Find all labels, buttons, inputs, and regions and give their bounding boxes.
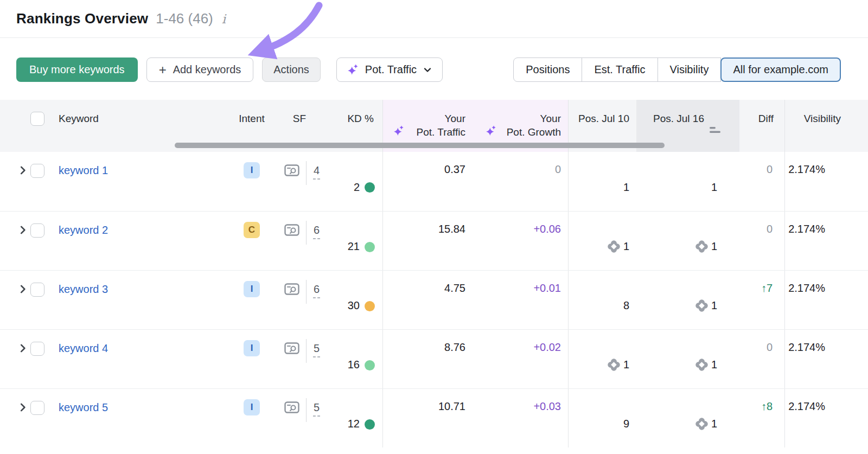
sort-descending-icon xyxy=(710,126,722,135)
visibility-value: 2.174% xyxy=(785,389,868,447)
pos-jul16-value: 1 xyxy=(711,240,717,253)
title-bar: Rankings Overview 1-46 (46) i xyxy=(0,0,868,38)
diff-value: 0 xyxy=(739,212,785,270)
pot-traffic-value: 8.76 xyxy=(383,330,475,388)
ai-sparkle-icon xyxy=(393,125,405,137)
row-checkbox[interactable] xyxy=(30,283,44,297)
kd-value: 2 xyxy=(354,181,360,194)
sf-divider xyxy=(306,161,307,185)
visibility-value: 2.174% xyxy=(785,330,868,388)
sf-count[interactable]: 6 xyxy=(313,284,320,298)
select-all-checkbox[interactable] xyxy=(30,112,44,126)
sf-count[interactable]: 6 xyxy=(313,225,320,239)
intent-badge[interactable]: C xyxy=(244,222,260,238)
keyword-link[interactable]: keyword 2 xyxy=(51,223,108,236)
tab-visibility[interactable]: Visibility xyxy=(658,57,722,82)
serp-features-icon xyxy=(284,163,299,177)
serp-feature-position-icon xyxy=(695,418,708,430)
pot-growth-value: +0.01 xyxy=(475,271,569,329)
sf-divider xyxy=(306,221,307,245)
tab-est-traffic[interactable]: Est. Traffic xyxy=(582,57,658,82)
pot-growth-value: +0.06 xyxy=(475,212,569,270)
tab-positions[interactable]: Positions xyxy=(513,57,582,82)
page-range-count: 1-46 (46) xyxy=(156,10,213,27)
table-header-row: Keyword Intent SF KD % Your Pot. Traffic… xyxy=(0,100,868,152)
metric-dropdown-label: Pot. Traffic xyxy=(365,63,417,76)
pos-jul10-value: 1 xyxy=(623,181,629,194)
table-row: keyword 3 I 6 30 4.75 +0.01 8 1 ↑7 2.174… xyxy=(0,270,868,329)
pot-traffic-value: 0.37 xyxy=(383,152,475,211)
serp-features-icon xyxy=(284,282,299,296)
sf-count[interactable]: 5 xyxy=(313,343,320,357)
visibility-value: 2.174% xyxy=(785,152,868,211)
table-row: keyword 4 I 5 16 8.76 +0.02 1 1 0 2.174% xyxy=(0,329,868,388)
pot-traffic-value: 10.71 xyxy=(383,389,475,447)
buy-more-keywords-button[interactable]: Buy more keywords xyxy=(16,57,138,82)
pos-jul10-value: 9 xyxy=(623,418,629,430)
plus-icon: + xyxy=(159,63,167,76)
expand-chevron-icon[interactable] xyxy=(17,165,28,176)
serp-feature-position-icon xyxy=(695,299,708,312)
intent-badge[interactable]: I xyxy=(244,281,260,297)
row-checkbox[interactable] xyxy=(30,401,44,415)
horizontal-scrollbar[interactable] xyxy=(175,143,665,148)
pot-growth-value: +0.03 xyxy=(475,389,569,447)
sf-divider xyxy=(306,398,307,422)
serp-feature-position-icon xyxy=(695,359,708,371)
row-checkbox[interactable] xyxy=(30,164,44,178)
intent-badge[interactable]: I xyxy=(244,399,260,415)
header-expand-spacer xyxy=(0,100,30,152)
row-checkbox[interactable] xyxy=(30,223,44,238)
sf-count[interactable]: 5 xyxy=(313,402,320,417)
header-pot-growth-line1: Your xyxy=(540,113,561,124)
add-keywords-button[interactable]: + Add keywords xyxy=(146,57,254,82)
sf-divider xyxy=(306,339,307,363)
serp-feature-position-icon xyxy=(608,240,620,253)
visibility-value: 2.174% xyxy=(785,212,868,270)
expand-chevron-icon[interactable] xyxy=(17,225,28,235)
header-diff[interactable]: Diff xyxy=(739,100,785,152)
diff-value: ↑7 xyxy=(739,271,785,329)
expand-chevron-icon[interactable] xyxy=(17,284,28,295)
pos-jul10-value: 1 xyxy=(623,240,629,253)
kd-value: 21 xyxy=(348,240,360,253)
info-icon[interactable]: i xyxy=(222,12,226,26)
expand-chevron-icon[interactable] xyxy=(17,402,28,413)
diff-value: 0 xyxy=(739,330,785,388)
pos-jul10-value: 1 xyxy=(623,359,629,371)
actions-button[interactable]: Actions xyxy=(262,57,321,82)
pot-traffic-value: 15.84 xyxy=(383,212,475,270)
keyword-link[interactable]: keyword 3 xyxy=(51,282,108,296)
pos-jul16-value: 1 xyxy=(711,418,717,430)
keyword-link[interactable]: keyword 4 xyxy=(51,341,108,355)
diff-value: ↑8 xyxy=(739,389,785,447)
header-visibility[interactable]: Visibility xyxy=(785,100,868,152)
keyword-link[interactable]: keyword 1 xyxy=(51,163,108,177)
serp-feature-position-icon xyxy=(695,240,708,253)
pot-growth-value: 0 xyxy=(475,152,569,211)
ai-sparkle-icon xyxy=(485,125,497,137)
view-tab-group: Positions Est. Traffic Visibility All fo… xyxy=(513,57,841,82)
tab-all-for-domain[interactable]: All for example.com xyxy=(720,57,841,82)
intent-badge[interactable]: I xyxy=(244,162,260,178)
kd-difficulty-dot xyxy=(365,182,375,193)
toolbar: Buy more keywords + Add keywords Actions… xyxy=(0,38,868,82)
sf-count[interactable]: 4 xyxy=(313,165,320,180)
expand-chevron-icon[interactable] xyxy=(17,343,28,354)
kd-difficulty-dot xyxy=(365,242,375,252)
intent-badge[interactable]: I xyxy=(244,340,260,356)
table-row: keyword 5 I 5 12 10.71 +0.03 9 1 ↑8 2.17… xyxy=(0,388,868,447)
rankings-table: Keyword Intent SF KD % Your Pot. Traffic… xyxy=(0,100,868,447)
pos-jul16-value: 1 xyxy=(711,299,717,312)
keyword-link[interactable]: keyword 5 xyxy=(51,400,108,414)
chevron-down-icon xyxy=(423,65,432,75)
kd-difficulty-dot xyxy=(365,360,375,370)
kd-difficulty-dot xyxy=(365,301,375,311)
row-checkbox[interactable] xyxy=(30,342,44,356)
kd-value: 30 xyxy=(348,299,360,312)
table-row: keyword 1 I 4 2 0.37 0 1 1 0 2.174% xyxy=(0,152,868,211)
page-title: Rankings Overview xyxy=(16,10,148,27)
visibility-value: 2.174% xyxy=(785,271,868,329)
metric-dropdown[interactable]: Pot. Traffic xyxy=(336,57,443,82)
serp-features-icon xyxy=(284,341,299,355)
